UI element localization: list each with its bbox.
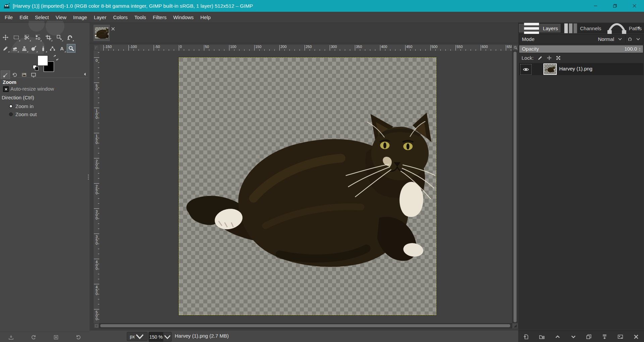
ruler-tick-major (305, 45, 305, 51)
opacity-label: Opacity (522, 46, 539, 52)
panel-collapse-icon[interactable] (636, 25, 641, 30)
tool-unified-transform-icon[interactable] (55, 33, 63, 42)
ruler-label: 250 (95, 184, 99, 194)
default-colors-icon[interactable] (33, 65, 39, 70)
tool-move-icon[interactable] (1, 33, 10, 42)
ruler-tick-major (279, 45, 280, 51)
delete-layer-button[interactable] (633, 334, 639, 340)
close-button[interactable] (625, 0, 644, 12)
tool-text-icon[interactable]: A (57, 44, 66, 53)
zoom-in-label: Zoom in (15, 103, 34, 109)
auto-resize-checkbox[interactable] (3, 86, 9, 92)
menu-colors[interactable]: Colors (110, 12, 131, 23)
layer-name: Harvey (1).png (559, 66, 592, 71)
canvas-viewport[interactable] (99, 51, 512, 323)
menu-help[interactable]: Help (197, 12, 214, 23)
restore-button[interactable] (605, 0, 625, 12)
zoom-out-radio[interactable]: Zoom out (9, 111, 37, 117)
canvas-image[interactable] (179, 57, 436, 315)
ruler-label: 300 (331, 45, 337, 49)
quick-mask-button[interactable] (94, 323, 99, 328)
lock-label: Lock: (522, 55, 534, 61)
mode-switch-icon[interactable] (628, 37, 632, 41)
swap-colors-icon[interactable] (53, 55, 59, 60)
panel-resize-grip[interactable] (88, 175, 89, 182)
duplicate-layer-button[interactable] (586, 334, 592, 340)
lock-alpha-icon[interactable] (556, 55, 561, 60)
tab-layers[interactable]: Layers (519, 24, 560, 33)
menu-windows[interactable]: Windows (170, 12, 197, 23)
new-group-button[interactable] (539, 334, 545, 340)
tab-close-icon[interactable] (111, 27, 115, 31)
ruler-tick-major (94, 208, 99, 209)
zoom-out-label: Zoom out (15, 111, 37, 117)
opacity-spinner[interactable] (638, 46, 642, 53)
ruler-tick-major (506, 45, 506, 51)
tool-select-by-color-icon[interactable] (33, 33, 42, 42)
zoom-percent-entry[interactable]: 150 % (149, 332, 163, 342)
chevron-down-icon[interactable] (636, 37, 640, 41)
raise-layer-button[interactable] (555, 334, 560, 340)
horizontal-scrollbar-thumb[interactable] (100, 324, 510, 327)
horizontal-ruler[interactable]: -150-100-5005010015020025030035040045050… (99, 45, 512, 51)
layer-mode-row[interactable]: Mode Normal (519, 34, 643, 44)
ruler-tick-major (94, 133, 99, 133)
ruler-tick-major (330, 45, 330, 51)
minimize-button[interactable] (586, 0, 605, 12)
delete-preset-button[interactable] (53, 335, 59, 340)
lock-position-icon[interactable] (547, 55, 552, 60)
zoom-in-radio[interactable]: Zoom in (9, 103, 34, 109)
image-tab-thumbnail (95, 27, 108, 39)
mask-layer-button[interactable] (618, 334, 623, 340)
menu-filters[interactable]: Filters (150, 12, 170, 23)
vertical-ruler[interactable]: 050100150200250300350400450500 (94, 51, 100, 323)
unit-dropdown[interactable]: px (127, 332, 148, 341)
tab-channels[interactable]: Channels (560, 24, 603, 33)
layer-row[interactable]: Harvey (1).png (519, 63, 643, 75)
image-tab[interactable] (94, 25, 110, 41)
tool-clone-icon[interactable] (20, 44, 29, 53)
zoom-follow-window-button[interactable] (513, 45, 518, 51)
tool-pencil-icon[interactable] (1, 44, 10, 53)
restore-preset-button[interactable] (31, 335, 36, 340)
horizontal-scrollbar[interactable] (99, 323, 512, 328)
tool-paths-icon[interactable] (48, 44, 57, 53)
chevron-down-icon[interactable] (618, 37, 622, 41)
ruler-tick-major (94, 183, 99, 184)
lock-paint-icon[interactable] (538, 55, 543, 60)
new-layer-button[interactable] (523, 334, 529, 340)
tool-eraser-icon[interactable] (10, 44, 19, 53)
ruler-tick-major (103, 45, 104, 51)
vertical-scrollbar-thumb[interactable] (514, 52, 517, 322)
ruler-tick-major (94, 309, 99, 309)
ruler-label: 600 (482, 45, 488, 49)
dock-collapse-icon[interactable] (83, 72, 87, 77)
opacity-slider[interactable]: Opacity 100.0 (519, 45, 643, 53)
reset-button[interactable] (76, 335, 81, 340)
merge-layer-button[interactable] (602, 334, 607, 340)
menu-tools[interactable]: Tools (131, 12, 150, 23)
tool-smudge-icon[interactable] (29, 44, 38, 53)
vertical-scrollbar[interactable] (513, 51, 518, 323)
tool-crop-icon[interactable] (44, 33, 53, 42)
ruler-tick-major (94, 234, 99, 234)
foreground-color-swatch[interactable] (38, 55, 48, 66)
toolbox-panel: A Zoom Auto-resize window Direction (Ctr… (0, 23, 90, 342)
ruler-label: 450 (95, 285, 99, 295)
save-preset-button[interactable] (8, 335, 14, 340)
radio-dot (9, 112, 13, 116)
menu-layer[interactable]: Layer (91, 12, 110, 23)
navigation-button[interactable] (513, 323, 518, 328)
lower-layer-button[interactable] (571, 334, 576, 340)
tool-zoom-icon[interactable] (67, 44, 75, 53)
zoom-dropdown[interactable] (163, 332, 172, 342)
tool-ink-icon[interactable] (39, 44, 47, 53)
tool-handle-transform-icon[interactable] (65, 33, 74, 42)
ruler-origin-button[interactable] (94, 45, 99, 51)
ruler-label: 0 (95, 58, 99, 62)
tool-rect-select-icon[interactable] (12, 33, 20, 42)
ruler-tick-major (94, 83, 99, 83)
layer-visibility-eye-icon[interactable] (520, 64, 532, 75)
ruler-tick-major (355, 45, 355, 51)
tool-scissors-icon[interactable] (22, 33, 31, 42)
